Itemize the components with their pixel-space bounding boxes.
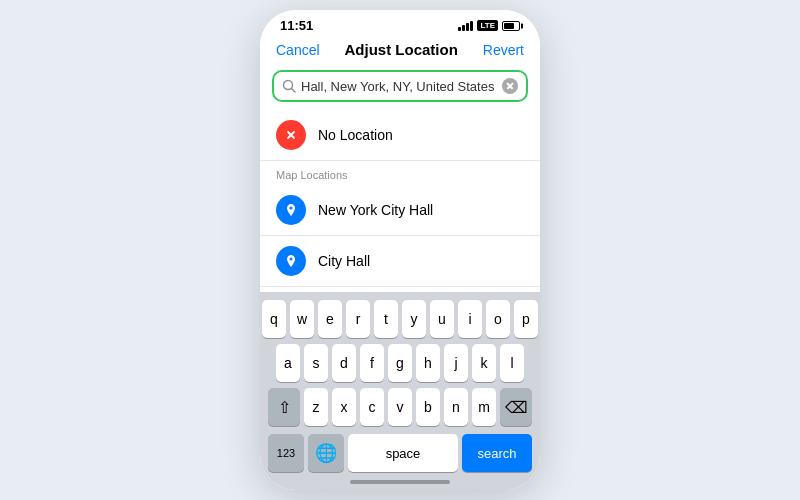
phone-frame: 11:51 LTE Cancel Adjust Location Revert [260,10,540,490]
list-item[interactable]: New York City Hall [260,185,540,236]
key-b[interactable]: b [416,388,440,426]
key-u[interactable]: u [430,300,454,338]
battery-icon [502,21,520,31]
no-location-row[interactable]: No Location [260,110,540,161]
search-button[interactable]: search [462,434,532,472]
signal-icon [458,21,473,31]
key-w[interactable]: w [290,300,314,338]
map-pin-icon-1 [276,195,306,225]
key-z[interactable]: z [304,388,328,426]
lte-icon: LTE [477,20,498,31]
key-h[interactable]: h [416,344,440,382]
location-name-2: City Hall [318,253,370,269]
key-d[interactable]: d [332,344,356,382]
home-indicator [350,480,450,484]
nav-bar: Cancel Adjust Location Revert [260,37,540,66]
key-k[interactable]: k [472,344,496,382]
key-t[interactable]: t [374,300,398,338]
pin-svg [283,202,299,218]
svg-point-5 [290,207,293,210]
location-off-icon [283,127,299,143]
key-m[interactable]: m [472,388,496,426]
key-i[interactable]: i [458,300,482,338]
no-location-icon [276,120,306,150]
keyboard-row-2: a s d f g h j k l [264,344,536,382]
key-y[interactable]: y [402,300,426,338]
page-title: Adjust Location [345,41,458,58]
revert-button[interactable]: Revert [483,42,524,58]
key-c[interactable]: c [360,388,384,426]
keyboard-row-1: q w e r t y u i o p [264,300,536,338]
search-input[interactable]: Hall, New York, NY, United States [301,79,497,94]
pin-svg [283,253,299,269]
search-bar[interactable]: Hall, New York, NY, United States [272,70,528,102]
location-name-1: New York City Hall [318,202,433,218]
key-l[interactable]: l [500,344,524,382]
key-j[interactable]: j [444,344,468,382]
key-n[interactable]: n [444,388,468,426]
key-numbers[interactable]: 123 [268,434,304,472]
key-space[interactable]: space [348,434,458,472]
key-backspace[interactable]: ⌫ [500,388,532,426]
map-pin-icon-2 [276,246,306,276]
search-bar-container: Hall, New York, NY, United States [260,66,540,110]
clear-button[interactable] [502,78,518,94]
section-header: Map Locations [260,161,540,185]
key-s[interactable]: s [304,344,328,382]
svg-point-6 [290,258,293,261]
keyboard: q w e r t y u i o p a s d f g h j k l ⇧ … [260,292,540,490]
cancel-button[interactable]: Cancel [276,42,320,58]
status-time: 11:51 [280,18,313,33]
key-p[interactable]: p [514,300,538,338]
key-f[interactable]: f [360,344,384,382]
status-icons: LTE [458,20,520,31]
status-bar: 11:51 LTE [260,10,540,37]
search-icon [282,79,296,93]
key-shift[interactable]: ⇧ [268,388,300,426]
key-r[interactable]: r [346,300,370,338]
key-q[interactable]: q [262,300,286,338]
key-e[interactable]: e [318,300,342,338]
key-emoji[interactable]: 🌐 [308,434,344,472]
key-v[interactable]: v [388,388,412,426]
key-x[interactable]: x [332,388,356,426]
svg-line-1 [292,89,296,93]
key-a[interactable]: a [276,344,300,382]
keyboard-row-3: ⇧ z x c v b n m ⌫ [264,388,536,426]
key-g[interactable]: g [388,344,412,382]
key-o[interactable]: o [486,300,510,338]
no-location-label: No Location [318,127,393,143]
keyboard-row-4: 123 🌐 space search [264,432,536,476]
list-item[interactable]: City Hall [260,236,540,287]
